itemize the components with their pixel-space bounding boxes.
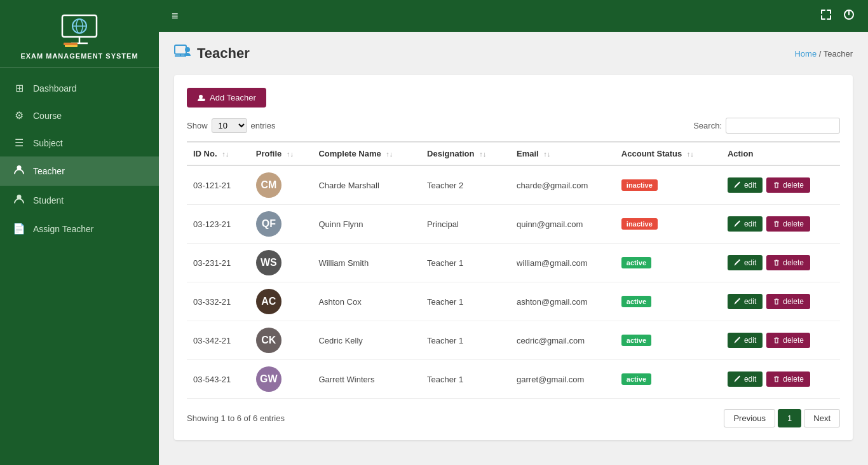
sidebar-item-label: Student — [33, 195, 64, 205]
show-entries-wrap: Show 10 25 50 100 entries — [187, 118, 276, 133]
student-icon — [13, 193, 25, 207]
col-profile: Profile ↑↓ — [250, 142, 313, 165]
sidebar-item-label: Course — [33, 111, 62, 121]
cell-designation: Teacher 1 — [421, 282, 510, 321]
table-row: 03-123-21 QF Quinn Flynn Principal quinn… — [187, 205, 840, 244]
svg-rect-11 — [175, 45, 186, 54]
table-row: 03-231-21 WS William Smith Teacher 1 wil… — [187, 244, 840, 282]
edit-button[interactable]: edit — [728, 177, 763, 193]
add-teacher-button[interactable]: Add Teacher — [187, 88, 266, 108]
cell-designation: Teacher 1 — [421, 360, 510, 399]
cell-name: Quinn Flynn — [312, 205, 421, 244]
sidebar-item-dashboard[interactable]: ⊞ Dashboard — [0, 74, 159, 102]
entries-select[interactable]: 10 25 50 100 — [212, 118, 247, 133]
course-icon: ⚙ — [13, 109, 25, 121]
delete-button[interactable]: delete — [766, 216, 810, 232]
add-teacher-label: Add Teacher — [210, 93, 256, 102]
cell-profile: WS — [250, 244, 313, 282]
sidebar-item-assign-teacher[interactable]: 📄 Assign Teacher — [0, 215, 159, 242]
edit-button[interactable]: edit — [728, 255, 763, 270]
action-buttons: edit delete — [728, 333, 834, 348]
cell-action: edit delete — [721, 205, 840, 244]
cell-name: Cedric Kelly — [312, 321, 421, 360]
edit-icon — [734, 259, 742, 267]
teacher-icon — [13, 164, 25, 178]
teacher-page-icon — [174, 45, 191, 62]
teachers-card: Add Teacher Show 10 25 50 100 entries Se… — [174, 75, 853, 440]
edit-icon — [734, 298, 742, 305]
cell-id: 03-123-21 — [187, 205, 250, 244]
col-action: Action — [721, 142, 840, 165]
sidebar-nav: ⊞ Dashboard ⚙ Course ☰ Subject Teacher S… — [0, 74, 159, 242]
delete-button[interactable]: delete — [766, 333, 810, 348]
sort-icon-id: ↑↓ — [222, 150, 229, 158]
action-buttons: edit delete — [728, 177, 834, 193]
page-header: Teacher Home / Teacher — [174, 45, 853, 62]
sort-icon-name: ↑↓ — [386, 150, 393, 158]
col-account-status: Account Status ↑↓ — [615, 142, 721, 165]
sidebar-item-label: Subject — [33, 138, 63, 148]
next-button[interactable]: Next — [804, 409, 840, 427]
delete-icon — [773, 375, 780, 383]
sort-icon-profile: ↑↓ — [287, 150, 294, 158]
expand-icon[interactable] — [820, 8, 832, 24]
edit-button[interactable]: edit — [728, 216, 763, 232]
avatar: QF — [256, 211, 281, 237]
cell-designation: Teacher 1 — [421, 244, 510, 282]
status-badge: active — [621, 373, 651, 385]
power-icon[interactable] — [843, 8, 855, 24]
edit-button[interactable]: edit — [728, 333, 763, 348]
delete-icon — [773, 298, 780, 305]
status-badge: active — [621, 296, 651, 307]
sidebar-item-student[interactable]: Student — [0, 186, 159, 215]
cell-name: Ashton Cox — [312, 282, 421, 321]
svg-rect-7 — [64, 43, 78, 45]
cell-email: charde@gmail.com — [510, 165, 615, 205]
breadcrumb-home[interactable]: Home — [794, 49, 817, 59]
cell-id: 03-332-21 — [187, 282, 250, 321]
dashboard-icon: ⊞ — [13, 82, 25, 94]
sidebar-item-subject[interactable]: ☰ Subject — [0, 129, 159, 156]
status-badge: inactive — [621, 218, 658, 230]
delete-button[interactable]: delete — [766, 371, 810, 387]
cell-profile: GW — [250, 360, 313, 399]
cell-id: 03-543-21 — [187, 360, 250, 399]
col-designation: Designation ↑↓ — [421, 142, 510, 165]
previous-button[interactable]: Previous — [724, 409, 775, 427]
assign-teacher-icon: 📄 — [13, 223, 25, 235]
breadcrumb-current: Teacher — [824, 49, 853, 59]
menu-toggle-button[interactable]: ≡ — [172, 10, 179, 23]
logo-icon — [57, 11, 102, 48]
status-badge: active — [621, 335, 651, 346]
cell-action: edit delete — [721, 321, 840, 360]
cell-email: quinn@gmail.com — [510, 205, 615, 244]
search-input[interactable] — [726, 118, 840, 134]
cell-profile: CK — [250, 321, 313, 360]
delete-button[interactable]: delete — [766, 177, 810, 193]
cell-name: William Smith — [312, 244, 421, 282]
page-1-button[interactable]: 1 — [778, 409, 801, 427]
sidebar-item-course[interactable]: ⚙ Course — [0, 102, 159, 129]
delete-button[interactable]: delete — [766, 255, 810, 270]
sort-icon-status: ↑↓ — [687, 150, 694, 158]
cell-action: edit delete — [721, 282, 840, 321]
sidebar: Exam Management System ⊞ Dashboard ⚙ Cou… — [0, 0, 159, 465]
edit-icon — [734, 375, 742, 383]
avatar: WS — [256, 250, 281, 275]
cell-name: Garrett Winters — [312, 360, 421, 399]
sidebar-item-teacher[interactable]: Teacher — [0, 156, 159, 186]
edit-button[interactable]: edit — [728, 371, 763, 387]
pagination: Previous 1 Next — [724, 409, 840, 427]
cell-designation: Teacher 2 — [421, 165, 510, 205]
main-wrapper: ≡ T — [159, 0, 868, 465]
cell-action: edit delete — [721, 165, 840, 205]
delete-button[interactable]: delete — [766, 294, 810, 309]
sidebar-logo: Exam Management System — [0, 0, 159, 68]
table-row: 03-342-21 CK Cedric Kelly Teacher 1 cedr… — [187, 321, 840, 360]
page-title: Teacher — [197, 45, 250, 62]
edit-button[interactable]: edit — [728, 294, 763, 309]
entries-label: entries — [251, 121, 276, 130]
breadcrumb-separator: / — [819, 49, 824, 59]
delete-icon — [773, 181, 780, 189]
cell-profile: QF — [250, 205, 313, 244]
